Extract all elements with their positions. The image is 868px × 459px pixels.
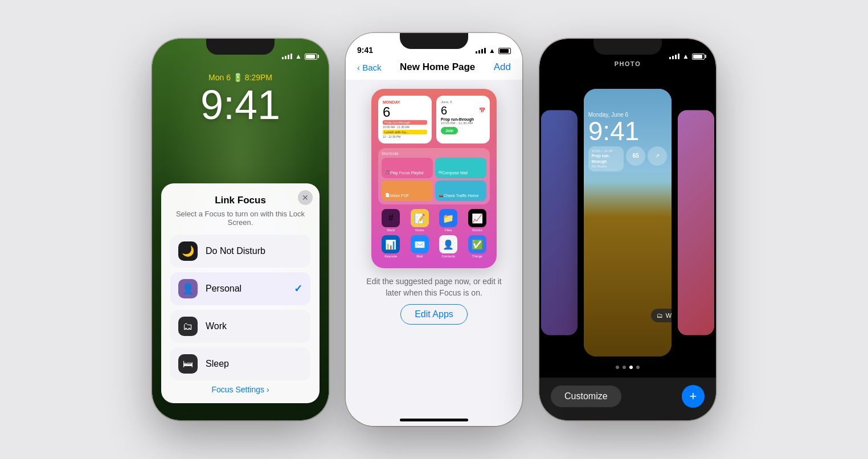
personal-label: Personal [206, 284, 286, 294]
homepage-bg: 9:41 ▲ [346, 33, 522, 426]
slack-label: Slack [387, 228, 395, 232]
ls-event-subtitle: Art Studio [592, 164, 620, 169]
wifi-icon-2: ▲ [489, 47, 496, 55]
cal-header: MONDAY [383, 100, 427, 104]
add-button[interactable]: Add [494, 62, 511, 73]
app-grid-1: # Slack 📝 Notes 📁 Files [378, 209, 490, 232]
app-keynote[interactable]: 📊 Keynote [378, 235, 404, 258]
side-screen-right[interactable] [678, 110, 714, 335]
files-label: Files [445, 228, 452, 232]
dot-4 [636, 366, 640, 369]
slack-icon: # [382, 209, 400, 227]
sleep-label: Sleep [206, 359, 302, 369]
back-button[interactable]: ‹ Back [357, 63, 382, 72]
dog-photo [584, 182, 672, 356]
shortcut-pdf[interactable]: 📄 Make PDF [382, 181, 433, 201]
side-screen-left[interactable] [541, 110, 578, 335]
app-things[interactable]: ✅ Things [465, 235, 490, 258]
focus-item-personal[interactable]: 👤 Personal ✓ [170, 272, 310, 305]
app-files[interactable]: 📁 Files [436, 209, 461, 232]
plus-button[interactable]: + [682, 385, 705, 408]
shortcut-playlist[interactable]: 🎵 Play Focus Playlist [382, 158, 433, 178]
cal-event-1: Prop run-through [383, 120, 427, 125]
calendar-widget: MONDAY 6 Prop run-through 10:00 AM - 11:… [378, 96, 432, 144]
notes-icon: 📝 [411, 209, 429, 227]
lockscreen-time-area: Mon 6 🔋 8:29PM 9:41 [152, 73, 329, 125]
home-indicator [400, 419, 468, 421]
shortcuts-section: Shortcuts 🎵 Play Focus Playlist ✉ Compos… [378, 148, 490, 204]
app-notes[interactable]: 📝 Notes [407, 209, 433, 232]
wx-day: 6 [441, 105, 447, 116]
ls-info-overlay: Monday, June 6 9:41 10:00 – 11:30 Prop r… [588, 112, 667, 171]
cal-event-2-time: 12 - 12:30 PM [383, 134, 427, 139]
notes-label: Notes [415, 228, 424, 232]
phone-1-screen: ▲ Mon 6 🔋 8:29PM 9:41 ✕ Link Focus Selec… [152, 39, 329, 420]
wx-title: Prop run-through [441, 117, 485, 121]
battery-icon-3 [692, 54, 705, 60]
ls-event-title: Prop run-through [592, 153, 620, 165]
ls-widget-num: 65 [626, 146, 645, 166]
link-focus-sheet: ✕ Link Focus Select a Focus to turn on w… [161, 183, 320, 403]
stocks-icon: 📈 [468, 209, 486, 227]
ls-widgets-row: 10:00 – 11:30 Prop run-through Art Studi… [588, 146, 667, 171]
bottom-bar: Customize + [539, 378, 716, 420]
keynote-icon: 📊 [382, 235, 400, 253]
mail-label: Compose Mail [442, 171, 468, 175]
dot-2 [623, 366, 626, 369]
app-stocks[interactable]: 📈 Stocks [465, 209, 490, 232]
bar3-2 [481, 49, 483, 54]
work-label: Work [206, 321, 302, 331]
status-time-2: 9:41 [357, 46, 373, 55]
shortcuts-grid: 🎵 Play Focus Playlist ✉ Compose Mail 📄 M [382, 158, 486, 201]
wifi-icon: ▲ [295, 52, 302, 60]
things-label: Things [472, 255, 482, 258]
shortcut-mail[interactable]: ✉ Compose Mail [435, 158, 486, 178]
contacts-label: Contacts [441, 255, 455, 258]
ls-num-value: 65 [633, 153, 639, 159]
phone-2-screen: 9:41 ▲ [346, 33, 522, 426]
traffic-label: Check Traffic Home [444, 194, 478, 198]
work-badge-icon: 🗂 [657, 312, 663, 319]
app-grid-2: 📊 Keynote ✉️ Mail 👤 Contacts [378, 235, 490, 258]
bar2-2 [478, 50, 480, 54]
app-slack[interactable]: # Slack [378, 209, 404, 232]
app-mail[interactable]: ✉️ Mail [407, 235, 433, 258]
pdf-icon: 📄 [385, 193, 390, 198]
bar1-2 [476, 51, 477, 54]
dot-3 [629, 366, 633, 369]
ring-icon: ↗ [655, 153, 660, 159]
battery-icon-2 [498, 48, 511, 54]
bar4-2 [484, 48, 486, 54]
focus-item-work[interactable]: 🗂 Work [170, 310, 310, 343]
wx-join-button[interactable]: Join [441, 127, 458, 134]
photo-bg: ▲ PHOTO Monday, June 6 [539, 39, 716, 420]
battery-icon [305, 54, 317, 60]
focus-item-sleep[interactable]: 🛏 Sleep [170, 347, 310, 380]
files-icon: 📁 [439, 209, 457, 227]
sheet-title: Link Focus [170, 195, 310, 206]
close-button[interactable]: ✕ [298, 190, 313, 205]
signal-icon [282, 54, 292, 59]
ls-event-time: 10:00 – 11:30 [592, 149, 620, 153]
wx-time: 10:00 AM - 11:30 AM [441, 121, 485, 125]
edit-apps-button[interactable]: Edit Apps [400, 304, 468, 325]
app-contacts[interactable]: 👤 Contacts [436, 235, 461, 258]
customize-button[interactable]: Customize [551, 386, 621, 407]
dnd-label: Do Not Disturb [206, 246, 302, 256]
shortcut-traffic[interactable]: 🚗 Check Traffic Home [435, 181, 486, 201]
focus-settings-link[interactable]: Focus Settings › [170, 385, 310, 394]
status-bar-2: 9:41 ▲ [346, 33, 522, 58]
keynote-label: Keynote [384, 255, 397, 258]
focus-item-dnd[interactable]: 🌙 Do Not Disturb [170, 235, 310, 268]
webex-widget: June, 6 6 📅 Prop run-through 10:00 AM - … [436, 96, 490, 144]
dot-1 [616, 366, 619, 369]
stocks-label: Stocks [472, 228, 482, 232]
hp-content: MONDAY 6 Prop run-through 10:00 AM - 11:… [346, 80, 522, 419]
shortcuts-label: Shortcuts [382, 151, 486, 155]
signal-icon-2 [476, 48, 486, 54]
center-screen[interactable]: Monday, June 6 9:41 10:00 – 11:30 Prop r… [584, 89, 672, 356]
bar4-3 [678, 54, 679, 59]
ls-time: 9:41 [152, 84, 329, 125]
scene: ▲ Mon 6 🔋 8:29PM 9:41 ✕ Link Focus Selec… [129, 10, 739, 449]
phone-1: ▲ Mon 6 🔋 8:29PM 9:41 ✕ Link Focus Selec… [152, 39, 329, 420]
